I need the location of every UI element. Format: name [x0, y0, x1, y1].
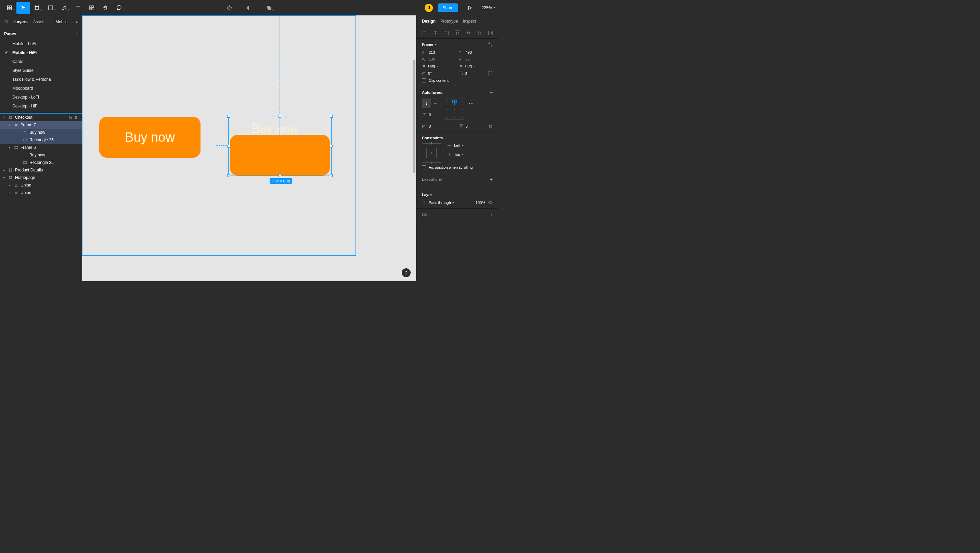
search-icon[interactable]	[4, 19, 9, 24]
page-item[interactable]: Cards	[0, 57, 82, 66]
move-tool[interactable]	[16, 2, 30, 14]
caret-down-icon[interactable]: ▾	[9, 124, 12, 127]
main-menu-button[interactable]	[3, 2, 16, 14]
hand-tool[interactable]	[99, 2, 112, 14]
align-hcenter-icon[interactable]	[433, 30, 438, 36]
layer-buy-now-text[interactable]: Buy now	[0, 129, 82, 136]
text-tool[interactable]	[71, 2, 85, 14]
page-item[interactable]: Moodboard	[0, 84, 82, 93]
layer-frame-6[interactable]: ▾ Frame 6	[0, 144, 82, 151]
share-button[interactable]: Share	[438, 3, 458, 12]
hug-h-field[interactable]: Hug	[459, 64, 493, 68]
hug-w-field[interactable]: Hug	[422, 64, 456, 68]
more-icon[interactable]	[468, 100, 474, 106]
page-item[interactable]: Task Flow & Persona	[0, 75, 82, 84]
add-fill-button[interactable]: +	[490, 212, 493, 218]
h-field[interactable]: H75	[459, 57, 493, 61]
blend-mode-select[interactable]: Pass through	[429, 201, 454, 205]
resize-handle[interactable]	[330, 145, 332, 148]
align-top-icon[interactable]	[455, 30, 460, 36]
align-left-icon[interactable]	[421, 30, 427, 36]
constraint-h-select[interactable]: Left	[447, 143, 464, 148]
resize-handle[interactable]	[330, 174, 332, 177]
opacity-field[interactable]: 100%	[476, 201, 485, 205]
visible-icon[interactable]	[74, 115, 78, 120]
caret-right-icon[interactable]: ▸	[3, 169, 6, 172]
page-item[interactable]: Mobile - LoFi	[0, 39, 82, 48]
padding-h-field[interactable]: 0	[422, 124, 456, 129]
assets-tab[interactable]: Assets	[33, 19, 46, 24]
radius-field[interactable]: 0	[459, 71, 493, 76]
page-item[interactable]: Style Guide	[0, 66, 82, 75]
scrollbar-thumb[interactable]	[413, 60, 415, 173]
clip-content-checkbox[interactable]: Clip content	[422, 78, 493, 83]
layer-buy-now-text[interactable]: Buy now	[0, 151, 82, 159]
selection-box[interactable]	[228, 116, 332, 176]
layer-rectangle[interactable]: Rectangle 25	[0, 159, 82, 166]
help-button[interactable]: ?	[402, 268, 410, 277]
vertical-direction-button[interactable]	[422, 99, 431, 108]
layer-checkout[interactable]: ▾ Checkout	[0, 113, 82, 121]
layer-union[interactable]: ▸ Union	[0, 189, 82, 196]
caret-down-icon[interactable]: ▾	[9, 146, 12, 149]
x-field[interactable]: X213	[422, 50, 456, 54]
boolean-icon[interactable]	[262, 2, 276, 14]
caret-right-icon[interactable]: ▸	[9, 184, 12, 187]
resize-handle[interactable]	[278, 115, 281, 118]
distribute-icon[interactable]	[488, 30, 493, 36]
frame-tool[interactable]	[30, 2, 44, 14]
canvas[interactable]: Buy now Buy now Hug × Hug	[82, 15, 416, 281]
w-field[interactable]: W130	[422, 57, 456, 61]
inspect-tab[interactable]: Inspect	[463, 19, 476, 24]
add-page-button[interactable]: +	[75, 31, 78, 37]
page-item[interactable]: Desktop - HiFi	[0, 102, 82, 110]
layer-product-details[interactable]: ▸ Product Details	[0, 166, 82, 174]
resize-to-fit-icon[interactable]	[488, 42, 493, 47]
resize-handle[interactable]	[227, 174, 230, 177]
alignment-box[interactable]	[444, 99, 465, 120]
layer-homepage[interactable]: ▾ Homepage	[0, 174, 82, 182]
mask-icon[interactable]	[242, 2, 256, 14]
component-icon[interactable]	[223, 2, 236, 14]
horizontal-direction-button[interactable]	[431, 99, 440, 108]
add-grid-button[interactable]: +	[490, 177, 493, 182]
layer-rectangle[interactable]: Rectangle 25	[0, 136, 82, 144]
gap-field[interactable]: 0	[422, 112, 441, 117]
fix-position-checkbox[interactable]: Fix position when scrolling	[422, 165, 493, 169]
resize-handle[interactable]	[227, 115, 230, 118]
resize-handle[interactable]	[278, 174, 281, 177]
layer-frame-7[interactable]: ▾ Frame 7	[0, 121, 82, 129]
unlock-icon[interactable]	[68, 115, 73, 120]
constraint-v-select[interactable]: Top	[447, 152, 464, 156]
individual-padding-icon[interactable]	[488, 124, 493, 129]
individual-corners-icon[interactable]	[488, 71, 493, 76]
caret-down-icon[interactable]: ▾	[3, 116, 6, 119]
present-button[interactable]	[463, 2, 477, 14]
y-field[interactable]: Y490	[459, 50, 493, 54]
comment-tool[interactable]	[112, 2, 126, 14]
remove-auto-layout-button[interactable]: −	[490, 90, 493, 95]
frame-section-title[interactable]: Frame	[422, 42, 437, 46]
pen-tool[interactable]	[57, 2, 71, 14]
resize-handle[interactable]	[330, 115, 332, 118]
caret-down-icon[interactable]: ▾	[3, 176, 6, 179]
align-bottom-icon[interactable]	[477, 30, 482, 36]
resources-tool[interactable]	[85, 2, 99, 14]
prototype-tab[interactable]: Prototype	[441, 19, 458, 24]
caret-right-icon[interactable]: ▸	[9, 191, 12, 194]
resize-handle[interactable]	[227, 145, 230, 148]
align-right-icon[interactable]	[444, 30, 449, 36]
align-vcenter-icon[interactable]	[466, 30, 471, 36]
design-tab[interactable]: Design	[422, 19, 436, 24]
user-avatar[interactable]: J	[425, 4, 433, 12]
page-item[interactable]: Desktop - LoFi	[0, 93, 82, 102]
rotation-field[interactable]: 0°	[422, 71, 456, 76]
zoom-control[interactable]: 225%	[482, 5, 495, 10]
padding-v-field[interactable]: 0	[459, 124, 493, 129]
page-select[interactable]: Mobile -…	[56, 19, 78, 24]
layer-union[interactable]: ▸ Union	[0, 182, 82, 189]
visible-icon[interactable]	[488, 200, 493, 205]
page-item[interactable]: Mobile - HiFi	[0, 48, 82, 57]
layers-tab[interactable]: Layers	[14, 19, 28, 24]
constraints-diagram[interactable]: +	[422, 143, 441, 163]
